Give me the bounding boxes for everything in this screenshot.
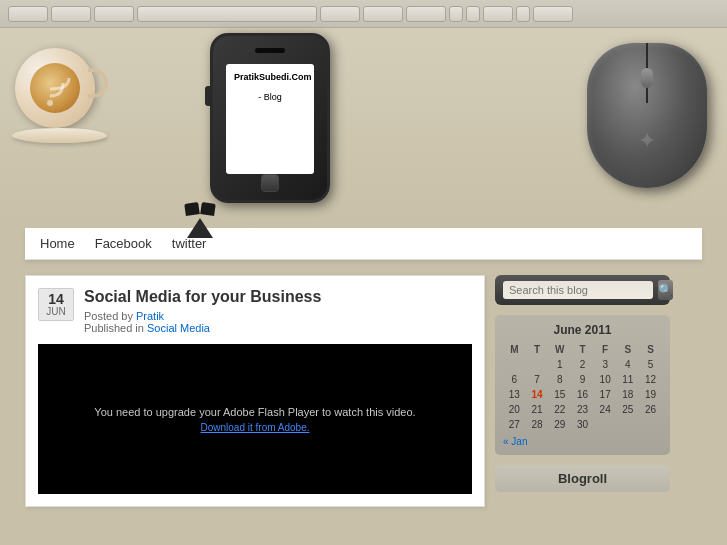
- cal-day: 2: [571, 357, 594, 372]
- cal-day: 7: [526, 372, 549, 387]
- calendar-grid: M T W T F S S 1 2 3: [503, 342, 662, 432]
- table-row: 1 2 3 4 5: [503, 357, 662, 372]
- cal-day: 8: [548, 372, 571, 387]
- rss-icon: [40, 73, 80, 113]
- cal-day-today: 14: [526, 387, 549, 402]
- cal-day: 28: [526, 417, 549, 432]
- binder-clip: [185, 203, 215, 238]
- search-input[interactable]: [503, 281, 653, 299]
- cal-day: [594, 417, 617, 432]
- key: [449, 6, 463, 22]
- computer-mouse: ✦: [587, 43, 707, 188]
- table-row: 6 7 8 9 10 11 12: [503, 372, 662, 387]
- table-row: 13 14 15 16 17 18 19: [503, 387, 662, 402]
- cal-day: 15: [548, 387, 571, 402]
- search-icon: 🔍: [658, 283, 673, 297]
- cup-body: [15, 48, 95, 128]
- cal-day: 26: [639, 402, 662, 417]
- nav-item-twitter[interactable]: twitter: [172, 236, 207, 251]
- cal-day: 24: [594, 402, 617, 417]
- post-info: Social Media for your Business Posted by…: [84, 288, 321, 334]
- calendar-widget: June 2011 M T W T F S S: [495, 315, 670, 455]
- calendar-navigation: « Jan: [503, 436, 662, 447]
- date-badge: 14 Jun: [38, 288, 74, 321]
- cal-day: 20: [503, 402, 526, 417]
- blog-post: 14 Jun Social Media for your Business Po…: [25, 275, 485, 507]
- table-row: 27 28 29 30: [503, 417, 662, 432]
- cal-day: 13: [503, 387, 526, 402]
- cal-header: W: [548, 342, 571, 357]
- key: [51, 6, 91, 22]
- key: [363, 6, 403, 22]
- mouse-container: ✦: [587, 43, 717, 203]
- cal-day: 9: [571, 372, 594, 387]
- cal-day: 29: [548, 417, 571, 432]
- cal-day: 23: [571, 402, 594, 417]
- sidebar: 🔍 June 2011 M T W T F S S: [495, 275, 670, 507]
- video-download-link[interactable]: Download it from Adobe.: [201, 422, 310, 433]
- key: [466, 6, 480, 22]
- key: [516, 6, 530, 22]
- cal-header: F: [594, 342, 617, 357]
- cal-day: 17: [594, 387, 617, 402]
- content-layout: 14 Jun Social Media for your Business Po…: [0, 265, 727, 517]
- nav-item-home[interactable]: Home: [40, 236, 75, 251]
- date-day: 14: [45, 292, 67, 306]
- cal-day: [639, 417, 662, 432]
- cal-day: 22: [548, 402, 571, 417]
- cal-prev-link[interactable]: « Jan: [503, 436, 527, 447]
- cal-day: 19: [639, 387, 662, 402]
- cal-header: S: [639, 342, 662, 357]
- key: [483, 6, 513, 22]
- cal-day: 1: [548, 357, 571, 372]
- search-button[interactable]: 🔍: [658, 280, 673, 300]
- post-header: 14 Jun Social Media for your Business Po…: [38, 288, 472, 334]
- main-content: 14 Jun Social Media for your Business Po…: [25, 275, 485, 507]
- cal-day: 25: [617, 402, 640, 417]
- video-message: You need to upgrade your Adobe Flash Pla…: [94, 406, 415, 418]
- cal-header: T: [571, 342, 594, 357]
- key: [8, 6, 48, 22]
- phone-site-subtitle: - Blog: [234, 92, 306, 102]
- clip-body: [187, 218, 213, 238]
- key: [320, 6, 360, 22]
- table-row: 20 21 22 23 24 25 26: [503, 402, 662, 417]
- phone-container: PratikSubedi.Com - Blog: [210, 33, 350, 208]
- clip-wings: [185, 203, 215, 217]
- desk-area: PratikSubedi.Com - Blog ✦: [0, 28, 727, 228]
- cal-header: S: [617, 342, 640, 357]
- phone-speaker: [255, 48, 285, 53]
- phone-screen-content: PratikSubedi.Com - Blog: [226, 64, 314, 110]
- cal-header: T: [526, 342, 549, 357]
- cal-day: 21: [526, 402, 549, 417]
- phone-site-name: PratikSubedi.Com: [234, 72, 306, 82]
- cal-header: M: [503, 342, 526, 357]
- post-category[interactable]: Social Media: [147, 322, 210, 334]
- clip-wing-right: [200, 202, 216, 216]
- cal-day: 3: [594, 357, 617, 372]
- cal-day: [503, 357, 526, 372]
- cal-day: 16: [571, 387, 594, 402]
- calendar-title: June 2011: [503, 323, 662, 337]
- navigation-bar: Home Facebook twitter: [25, 228, 702, 260]
- cal-day: [526, 357, 549, 372]
- blogroll-widget: Blogroll: [495, 465, 670, 492]
- phone-home-button: [261, 174, 279, 192]
- mouse-scroll-wheel: [641, 68, 653, 88]
- key: [94, 6, 134, 22]
- cal-day: 30: [571, 417, 594, 432]
- search-box: 🔍: [495, 275, 670, 305]
- phone: PratikSubedi.Com - Blog: [210, 33, 330, 203]
- cup-handle: [88, 68, 108, 98]
- svg-point-0: [47, 100, 53, 106]
- cal-day: 6: [503, 372, 526, 387]
- posted-by-label: Posted by: [84, 310, 133, 322]
- post-author[interactable]: Pratik: [136, 310, 164, 322]
- cal-day: 4: [617, 357, 640, 372]
- key: [137, 6, 317, 22]
- video-placeholder: You need to upgrade your Adobe Flash Pla…: [38, 344, 472, 494]
- cal-day: [617, 417, 640, 432]
- cal-day: 18: [617, 387, 640, 402]
- keyboard-area: [0, 0, 727, 28]
- nav-item-facebook[interactable]: Facebook: [95, 236, 152, 251]
